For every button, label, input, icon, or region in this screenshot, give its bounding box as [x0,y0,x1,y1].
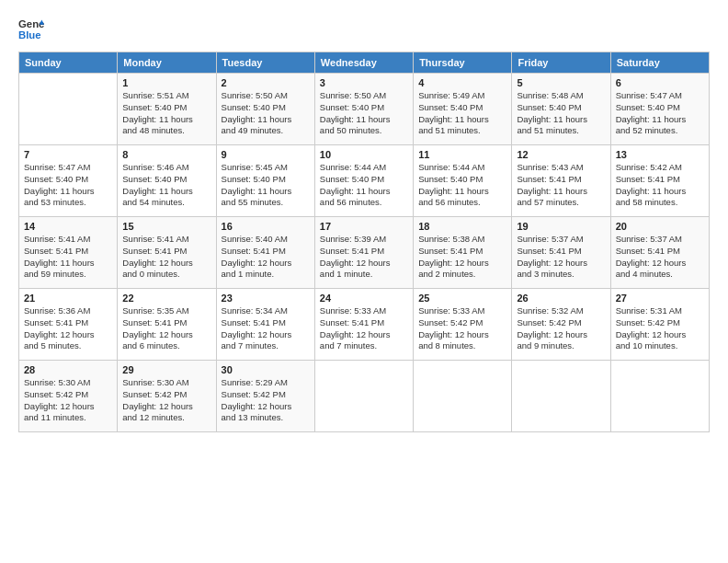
weekday-header-wednesday: Wednesday [314,52,413,74]
day-info: Sunrise: 5:49 AM Sunset: 5:40 PM Dayligh… [418,90,506,137]
day-info: Sunrise: 5:40 AM Sunset: 5:41 PM Dayligh… [222,234,310,281]
calendar-cell: 4Sunrise: 5:49 AM Sunset: 5:40 PM Daylig… [414,74,512,145]
calendar-cell: 2Sunrise: 5:50 AM Sunset: 5:40 PM Daylig… [216,74,314,145]
week-row-1: 1Sunrise: 5:51 AM Sunset: 5:40 PM Daylig… [19,74,710,145]
day-number: 5 [517,77,605,88]
day-info: Sunrise: 5:41 AM Sunset: 5:41 PM Dayligh… [24,234,112,281]
day-info: Sunrise: 5:50 AM Sunset: 5:40 PM Dayligh… [320,90,408,137]
day-number: 22 [122,293,210,304]
day-number: 23 [222,293,310,304]
weekday-header-sunday: Sunday [19,52,118,74]
day-info: Sunrise: 5:48 AM Sunset: 5:40 PM Dayligh… [517,90,605,137]
day-number: 19 [517,221,605,232]
calendar-cell: 12Sunrise: 5:43 AM Sunset: 5:41 PM Dayli… [512,145,610,217]
day-info: Sunrise: 5:41 AM Sunset: 5:41 PM Dayligh… [122,234,210,281]
day-number: 18 [418,221,506,232]
day-info: Sunrise: 5:37 AM Sunset: 5:41 PM Dayligh… [517,234,605,281]
calendar-cell: 1Sunrise: 5:51 AM Sunset: 5:40 PM Daylig… [118,74,216,145]
day-number: 17 [320,221,408,232]
week-row-2: 7Sunrise: 5:47 AM Sunset: 5:40 PM Daylig… [19,145,710,217]
day-info: Sunrise: 5:38 AM Sunset: 5:41 PM Dayligh… [418,234,506,281]
calendar-cell: 27Sunrise: 5:31 AM Sunset: 5:42 PM Dayli… [610,289,709,361]
day-number: 20 [616,221,704,232]
calendar-cell [314,361,413,432]
day-info: Sunrise: 5:32 AM Sunset: 5:42 PM Dayligh… [517,305,605,352]
day-number: 26 [517,293,605,304]
weekday-header-tuesday: Tuesday [216,52,314,74]
day-info: Sunrise: 5:37 AM Sunset: 5:41 PM Dayligh… [616,234,704,281]
day-number: 15 [122,221,210,232]
calendar-cell [19,74,118,145]
weekday-header-row: SundayMondayTuesdayWednesdayThursdayFrid… [19,52,710,74]
calendar-cell: 9Sunrise: 5:45 AM Sunset: 5:40 PM Daylig… [216,145,314,217]
calendar-cell [610,361,709,432]
calendar-cell: 5Sunrise: 5:48 AM Sunset: 5:40 PM Daylig… [512,74,610,145]
day-info: Sunrise: 5:44 AM Sunset: 5:40 PM Dayligh… [320,162,408,209]
week-row-4: 21Sunrise: 5:36 AM Sunset: 5:41 PM Dayli… [19,289,710,361]
calendar-cell: 3Sunrise: 5:50 AM Sunset: 5:40 PM Daylig… [314,74,413,145]
calendar-cell: 23Sunrise: 5:34 AM Sunset: 5:41 PM Dayli… [216,289,314,361]
calendar-cell: 11Sunrise: 5:44 AM Sunset: 5:40 PM Dayli… [414,145,512,217]
day-info: Sunrise: 5:30 AM Sunset: 5:42 PM Dayligh… [122,377,210,424]
day-info: Sunrise: 5:35 AM Sunset: 5:41 PM Dayligh… [122,305,210,352]
day-number: 21 [24,293,112,304]
day-number: 12 [517,149,605,160]
calendar-cell: 29Sunrise: 5:30 AM Sunset: 5:42 PM Dayli… [118,361,216,432]
calendar-cell [512,361,610,432]
day-info: Sunrise: 5:34 AM Sunset: 5:41 PM Dayligh… [222,305,310,352]
day-info: Sunrise: 5:30 AM Sunset: 5:42 PM Dayligh… [24,377,112,424]
calendar-cell: 22Sunrise: 5:35 AM Sunset: 5:41 PM Dayli… [118,289,216,361]
day-number: 8 [122,149,210,160]
page: General Blue SundayMondayTuesdayWednesda… [0,0,728,563]
day-info: Sunrise: 5:50 AM Sunset: 5:40 PM Dayligh… [222,90,310,137]
calendar-cell: 20Sunrise: 5:37 AM Sunset: 5:41 PM Dayli… [610,217,709,289]
day-info: Sunrise: 5:36 AM Sunset: 5:41 PM Dayligh… [24,305,112,352]
calendar-cell: 14Sunrise: 5:41 AM Sunset: 5:41 PM Dayli… [19,217,118,289]
calendar-cell: 10Sunrise: 5:44 AM Sunset: 5:40 PM Dayli… [314,145,413,217]
calendar-cell: 30Sunrise: 5:29 AM Sunset: 5:42 PM Dayli… [216,361,314,432]
day-number: 6 [616,77,704,88]
weekday-header-thursday: Thursday [414,52,512,74]
day-info: Sunrise: 5:31 AM Sunset: 5:42 PM Dayligh… [616,305,704,352]
weekday-header-friday: Friday [512,52,610,74]
day-info: Sunrise: 5:51 AM Sunset: 5:40 PM Dayligh… [122,90,210,137]
weekday-header-monday: Monday [118,52,216,74]
calendar-cell: 25Sunrise: 5:33 AM Sunset: 5:42 PM Dayli… [414,289,512,361]
calendar-cell: 18Sunrise: 5:38 AM Sunset: 5:41 PM Dayli… [414,217,512,289]
day-number: 25 [418,293,506,304]
week-row-3: 14Sunrise: 5:41 AM Sunset: 5:41 PM Dayli… [19,217,710,289]
day-number: 2 [222,77,310,88]
svg-text:Blue: Blue [18,29,41,40]
calendar-cell: 17Sunrise: 5:39 AM Sunset: 5:41 PM Dayli… [314,217,413,289]
calendar-table: SundayMondayTuesdayWednesdayThursdayFrid… [18,52,710,432]
day-number: 4 [418,77,506,88]
day-number: 14 [24,221,112,232]
calendar-cell: 26Sunrise: 5:32 AM Sunset: 5:42 PM Dayli… [512,289,610,361]
header: General Blue [18,17,710,42]
day-info: Sunrise: 5:42 AM Sunset: 5:41 PM Dayligh… [616,162,704,209]
day-info: Sunrise: 5:44 AM Sunset: 5:40 PM Dayligh… [418,162,506,209]
calendar-cell: 13Sunrise: 5:42 AM Sunset: 5:41 PM Dayli… [610,145,709,217]
calendar-cell: 16Sunrise: 5:40 AM Sunset: 5:41 PM Dayli… [216,217,314,289]
day-number: 10 [320,149,408,160]
day-number: 27 [616,293,704,304]
day-number: 28 [24,364,112,375]
week-row-5: 28Sunrise: 5:30 AM Sunset: 5:42 PM Dayli… [19,361,710,432]
day-info: Sunrise: 5:47 AM Sunset: 5:40 PM Dayligh… [616,90,704,137]
calendar-cell: 15Sunrise: 5:41 AM Sunset: 5:41 PM Dayli… [118,217,216,289]
day-info: Sunrise: 5:33 AM Sunset: 5:41 PM Dayligh… [320,305,408,352]
day-number: 9 [222,149,310,160]
day-info: Sunrise: 5:45 AM Sunset: 5:40 PM Dayligh… [222,162,310,209]
day-number: 13 [616,149,704,160]
day-info: Sunrise: 5:46 AM Sunset: 5:40 PM Dayligh… [122,162,210,209]
calendar-cell: 24Sunrise: 5:33 AM Sunset: 5:41 PM Dayli… [314,289,413,361]
weekday-header-saturday: Saturday [610,52,709,74]
calendar-cell: 7Sunrise: 5:47 AM Sunset: 5:40 PM Daylig… [19,145,118,217]
logo: General Blue [18,17,44,42]
calendar-cell: 19Sunrise: 5:37 AM Sunset: 5:41 PM Dayli… [512,217,610,289]
day-number: 29 [122,364,210,375]
calendar-cell: 28Sunrise: 5:30 AM Sunset: 5:42 PM Dayli… [19,361,118,432]
logo-icon: General Blue [18,17,44,42]
day-info: Sunrise: 5:39 AM Sunset: 5:41 PM Dayligh… [320,234,408,281]
day-number: 24 [320,293,408,304]
